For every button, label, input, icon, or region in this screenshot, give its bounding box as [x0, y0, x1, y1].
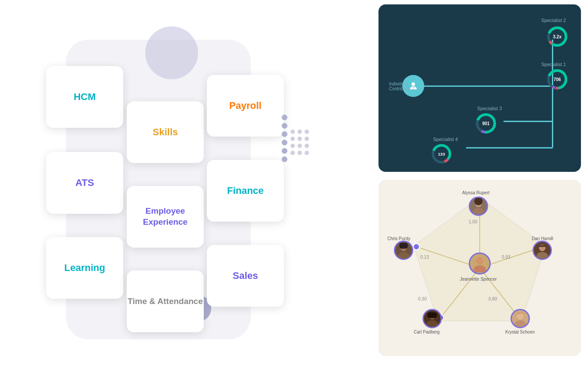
tile-payroll[interactable]: Payroll [207, 75, 284, 137]
dot [282, 131, 287, 137]
svg-rect-41 [427, 312, 437, 318]
svg-text:901: 901 [482, 121, 490, 126]
edge-label-top: 1.00 [469, 219, 477, 224]
edge-label-bl: 0.30 [418, 297, 426, 301]
network-chart-box: 1.00 0.93 0.80 0.30 0.13 Jeannette Spenc… [379, 180, 581, 356]
left-section: HCM ATS Learning Skills Employee Experie… [13, 26, 299, 344]
right-section: IndividualContributor 2 Specialist 2 [379, 4, 581, 366]
tile-finance[interactable]: Finance [207, 160, 284, 222]
career-chart-box: IndividualContributor 2 Specialist 2 [379, 4, 581, 172]
dot [290, 137, 295, 141]
svg-point-43 [514, 320, 526, 327]
carl-label: Carl Padberg [414, 330, 440, 334]
specialist4-donut: 133 [431, 143, 452, 164]
svg-point-29 [476, 257, 483, 264]
dot [298, 151, 302, 155]
network-chart: 1.00 0.93 0.80 0.30 0.13 Jeannette Spenc… [387, 189, 572, 338]
tile-time-label: Time & Attendance [128, 296, 203, 307]
career-line-v3 [552, 121, 553, 147]
dot [298, 130, 302, 134]
specialist1-donut: 706 [546, 68, 568, 90]
svg-point-38 [537, 252, 548, 259]
alyssa-label: Alyssa Rupert [462, 190, 489, 195]
svg-text:133: 133 [438, 152, 445, 156]
tile-ats-label: ATS [75, 177, 94, 189]
tile-employee-experience[interactable]: Employee Experience [127, 186, 204, 248]
tile-ats[interactable]: ATS [46, 152, 123, 214]
person-krystal [511, 309, 530, 328]
tile-sales[interactable]: Sales [207, 245, 284, 307]
specialist2-donut: 3.2x [546, 26, 568, 48]
jeannette-label: Jeannette Spencer [460, 277, 497, 282]
dot [305, 151, 309, 155]
svg-point-28 [413, 244, 419, 250]
tile-skills-label: Skills [153, 126, 178, 138]
specialist4-label: Specialist 4 [433, 137, 458, 142]
dot [282, 156, 287, 162]
dot [305, 137, 309, 141]
dot [290, 151, 295, 155]
svg-text:706: 706 [554, 77, 561, 82]
career-line-h1 [424, 85, 552, 87]
svg-point-40 [426, 320, 438, 327]
contributor-label: IndividualContributor 2 [389, 82, 415, 91]
krystal-label: Krystal Schoen [505, 330, 535, 334]
svg-point-30 [474, 265, 486, 272]
svg-rect-36 [400, 243, 408, 249]
svg-text:3.2x: 3.2x [553, 34, 562, 39]
dot [282, 123, 287, 129]
tile-skills[interactable]: Skills [127, 101, 204, 163]
tile-employee-label: Employee Experience [127, 206, 204, 227]
tile-hcm-label: HCM [74, 91, 96, 103]
specialist2-label: Specialist 2 [541, 18, 566, 23]
dan-label: Dan Hamill [532, 236, 553, 241]
specialist3-label: Specialist 3 [477, 106, 502, 111]
dot [282, 148, 287, 154]
career-line-h3 [503, 121, 553, 122]
tile-learning-label: Learning [64, 262, 105, 274]
career-line-h4 [466, 147, 553, 148]
dot [298, 137, 302, 141]
person-center [469, 252, 491, 275]
tile-payroll-label: Payroll [229, 100, 261, 111]
svg-point-32 [473, 208, 485, 215]
tile-learning[interactable]: Learning [46, 237, 123, 299]
tile-time-attendance[interactable]: Time & Attendance [127, 271, 204, 332]
svg-point-35 [398, 252, 410, 259]
tile-hcm[interactable]: HCM [46, 66, 123, 128]
dot [282, 140, 287, 145]
person-chris [394, 241, 413, 260]
person-carl [423, 309, 442, 328]
tile-sales-label: Sales [233, 270, 258, 282]
dot [305, 144, 309, 148]
career-chart: IndividualContributor 2 Specialist 2 [389, 13, 570, 154]
chris-label: Chris Purdy [387, 236, 410, 241]
specialist3-donut: 901 [475, 112, 497, 134]
device-circle-top [145, 26, 198, 79]
dot [298, 144, 302, 148]
dot [305, 130, 309, 134]
dot [282, 115, 287, 120]
career-line-v2 [552, 85, 553, 121]
dot [290, 144, 295, 148]
dots-connector [282, 115, 309, 155]
edge-label-br: 0.80 [489, 297, 497, 301]
edge-label-left: 0.13 [420, 255, 429, 260]
specialist1-label: Specialist 1 [541, 62, 566, 67]
dot [290, 130, 295, 134]
person-dan [533, 241, 552, 260]
person-alyssa [469, 197, 488, 216]
edge-label-right: 0.93 [502, 255, 510, 260]
tile-finance-label: Finance [227, 185, 264, 197]
